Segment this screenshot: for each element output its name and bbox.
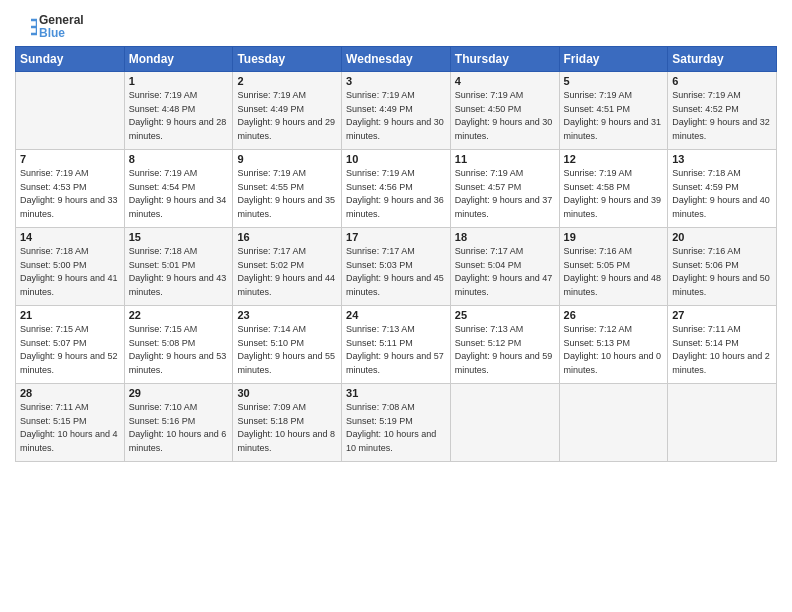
col-header-thursday: Thursday xyxy=(450,47,559,72)
col-header-wednesday: Wednesday xyxy=(342,47,451,72)
calendar-cell: 30Sunrise: 7:09 AMSunset: 5:18 PMDayligh… xyxy=(233,384,342,462)
day-info: Sunrise: 7:19 AMSunset: 4:54 PMDaylight:… xyxy=(129,168,227,219)
day-info: Sunrise: 7:15 AMSunset: 5:07 PMDaylight:… xyxy=(20,324,118,375)
day-info: Sunrise: 7:11 AMSunset: 5:14 PMDaylight:… xyxy=(672,324,770,375)
calendar-cell: 8Sunrise: 7:19 AMSunset: 4:54 PMDaylight… xyxy=(124,150,233,228)
day-info: Sunrise: 7:19 AMSunset: 4:56 PMDaylight:… xyxy=(346,168,444,219)
day-number: 17 xyxy=(346,231,446,243)
day-info: Sunrise: 7:18 AMSunset: 5:01 PMDaylight:… xyxy=(129,246,227,297)
week-row-1: 1Sunrise: 7:19 AMSunset: 4:48 PMDaylight… xyxy=(16,72,777,150)
day-number: 6 xyxy=(672,75,772,87)
logo: General Blue xyxy=(15,14,84,40)
day-info: Sunrise: 7:12 AMSunset: 5:13 PMDaylight:… xyxy=(564,324,662,375)
day-number: 3 xyxy=(346,75,446,87)
calendar-cell: 18Sunrise: 7:17 AMSunset: 5:04 PMDayligh… xyxy=(450,228,559,306)
calendar-cell: 7Sunrise: 7:19 AMSunset: 4:53 PMDaylight… xyxy=(16,150,125,228)
calendar-cell: 19Sunrise: 7:16 AMSunset: 5:05 PMDayligh… xyxy=(559,228,668,306)
calendar-cell: 4Sunrise: 7:19 AMSunset: 4:50 PMDaylight… xyxy=(450,72,559,150)
day-number: 19 xyxy=(564,231,664,243)
calendar-cell: 10Sunrise: 7:19 AMSunset: 4:56 PMDayligh… xyxy=(342,150,451,228)
calendar-cell: 25Sunrise: 7:13 AMSunset: 5:12 PMDayligh… xyxy=(450,306,559,384)
day-number: 5 xyxy=(564,75,664,87)
calendar-cell: 9Sunrise: 7:19 AMSunset: 4:55 PMDaylight… xyxy=(233,150,342,228)
week-row-2: 7Sunrise: 7:19 AMSunset: 4:53 PMDaylight… xyxy=(16,150,777,228)
day-number: 1 xyxy=(129,75,229,87)
day-info: Sunrise: 7:19 AMSunset: 4:55 PMDaylight:… xyxy=(237,168,335,219)
calendar-cell xyxy=(559,384,668,462)
calendar-cell: 16Sunrise: 7:17 AMSunset: 5:02 PMDayligh… xyxy=(233,228,342,306)
day-number: 14 xyxy=(20,231,120,243)
calendar-cell: 6Sunrise: 7:19 AMSunset: 4:52 PMDaylight… xyxy=(668,72,777,150)
day-info: Sunrise: 7:17 AMSunset: 5:04 PMDaylight:… xyxy=(455,246,553,297)
calendar-cell: 1Sunrise: 7:19 AMSunset: 4:48 PMDaylight… xyxy=(124,72,233,150)
day-info: Sunrise: 7:18 AMSunset: 5:00 PMDaylight:… xyxy=(20,246,118,297)
day-number: 7 xyxy=(20,153,120,165)
day-number: 24 xyxy=(346,309,446,321)
day-info: Sunrise: 7:17 AMSunset: 5:03 PMDaylight:… xyxy=(346,246,444,297)
day-number: 23 xyxy=(237,309,337,321)
calendar-cell: 13Sunrise: 7:18 AMSunset: 4:59 PMDayligh… xyxy=(668,150,777,228)
calendar-cell: 29Sunrise: 7:10 AMSunset: 5:16 PMDayligh… xyxy=(124,384,233,462)
day-number: 20 xyxy=(672,231,772,243)
week-row-5: 28Sunrise: 7:11 AMSunset: 5:15 PMDayligh… xyxy=(16,384,777,462)
day-number: 8 xyxy=(129,153,229,165)
day-info: Sunrise: 7:16 AMSunset: 5:06 PMDaylight:… xyxy=(672,246,770,297)
calendar-cell: 24Sunrise: 7:13 AMSunset: 5:11 PMDayligh… xyxy=(342,306,451,384)
day-number: 13 xyxy=(672,153,772,165)
day-number: 16 xyxy=(237,231,337,243)
day-info: Sunrise: 7:19 AMSunset: 4:52 PMDaylight:… xyxy=(672,90,770,141)
day-info: Sunrise: 7:15 AMSunset: 5:08 PMDaylight:… xyxy=(129,324,227,375)
day-number: 12 xyxy=(564,153,664,165)
day-info: Sunrise: 7:17 AMSunset: 5:02 PMDaylight:… xyxy=(237,246,335,297)
day-number: 11 xyxy=(455,153,555,165)
day-info: Sunrise: 7:16 AMSunset: 5:05 PMDaylight:… xyxy=(564,246,662,297)
day-info: Sunrise: 7:11 AMSunset: 5:15 PMDaylight:… xyxy=(20,402,118,453)
day-info: Sunrise: 7:13 AMSunset: 5:11 PMDaylight:… xyxy=(346,324,444,375)
calendar-cell: 15Sunrise: 7:18 AMSunset: 5:01 PMDayligh… xyxy=(124,228,233,306)
day-number: 2 xyxy=(237,75,337,87)
day-number: 18 xyxy=(455,231,555,243)
day-info: Sunrise: 7:14 AMSunset: 5:10 PMDaylight:… xyxy=(237,324,335,375)
day-number: 27 xyxy=(672,309,772,321)
calendar-cell: 21Sunrise: 7:15 AMSunset: 5:07 PMDayligh… xyxy=(16,306,125,384)
calendar-table: SundayMondayTuesdayWednesdayThursdayFrid… xyxy=(15,46,777,462)
col-header-tuesday: Tuesday xyxy=(233,47,342,72)
day-info: Sunrise: 7:19 AMSunset: 4:49 PMDaylight:… xyxy=(346,90,444,141)
day-info: Sunrise: 7:19 AMSunset: 4:57 PMDaylight:… xyxy=(455,168,553,219)
day-info: Sunrise: 7:10 AMSunset: 5:16 PMDaylight:… xyxy=(129,402,227,453)
calendar-cell: 17Sunrise: 7:17 AMSunset: 5:03 PMDayligh… xyxy=(342,228,451,306)
day-number: 25 xyxy=(455,309,555,321)
calendar-cell: 5Sunrise: 7:19 AMSunset: 4:51 PMDaylight… xyxy=(559,72,668,150)
day-info: Sunrise: 7:08 AMSunset: 5:19 PMDaylight:… xyxy=(346,402,436,453)
col-header-saturday: Saturday xyxy=(668,47,777,72)
calendar-cell: 22Sunrise: 7:15 AMSunset: 5:08 PMDayligh… xyxy=(124,306,233,384)
day-number: 4 xyxy=(455,75,555,87)
calendar-cell xyxy=(450,384,559,462)
day-info: Sunrise: 7:19 AMSunset: 4:49 PMDaylight:… xyxy=(237,90,335,141)
day-number: 22 xyxy=(129,309,229,321)
calendar-cell: 20Sunrise: 7:16 AMSunset: 5:06 PMDayligh… xyxy=(668,228,777,306)
logo-blue: Blue xyxy=(39,27,84,40)
day-number: 28 xyxy=(20,387,120,399)
logo-icon xyxy=(15,16,37,38)
calendar-cell: 11Sunrise: 7:19 AMSunset: 4:57 PMDayligh… xyxy=(450,150,559,228)
col-header-friday: Friday xyxy=(559,47,668,72)
calendar-cell xyxy=(16,72,125,150)
day-number: 29 xyxy=(129,387,229,399)
col-header-sunday: Sunday xyxy=(16,47,125,72)
svg-rect-0 xyxy=(15,16,29,38)
day-number: 30 xyxy=(237,387,337,399)
day-info: Sunrise: 7:19 AMSunset: 4:58 PMDaylight:… xyxy=(564,168,662,219)
day-info: Sunrise: 7:19 AMSunset: 4:50 PMDaylight:… xyxy=(455,90,553,141)
calendar-cell: 14Sunrise: 7:18 AMSunset: 5:00 PMDayligh… xyxy=(16,228,125,306)
day-number: 31 xyxy=(346,387,446,399)
day-info: Sunrise: 7:19 AMSunset: 4:53 PMDaylight:… xyxy=(20,168,118,219)
day-number: 26 xyxy=(564,309,664,321)
calendar-cell: 28Sunrise: 7:11 AMSunset: 5:15 PMDayligh… xyxy=(16,384,125,462)
week-row-3: 14Sunrise: 7:18 AMSunset: 5:00 PMDayligh… xyxy=(16,228,777,306)
day-info: Sunrise: 7:09 AMSunset: 5:18 PMDaylight:… xyxy=(237,402,335,453)
calendar-cell: 2Sunrise: 7:19 AMSunset: 4:49 PMDaylight… xyxy=(233,72,342,150)
day-number: 15 xyxy=(129,231,229,243)
calendar-cell: 3Sunrise: 7:19 AMSunset: 4:49 PMDaylight… xyxy=(342,72,451,150)
calendar-cell: 31Sunrise: 7:08 AMSunset: 5:19 PMDayligh… xyxy=(342,384,451,462)
